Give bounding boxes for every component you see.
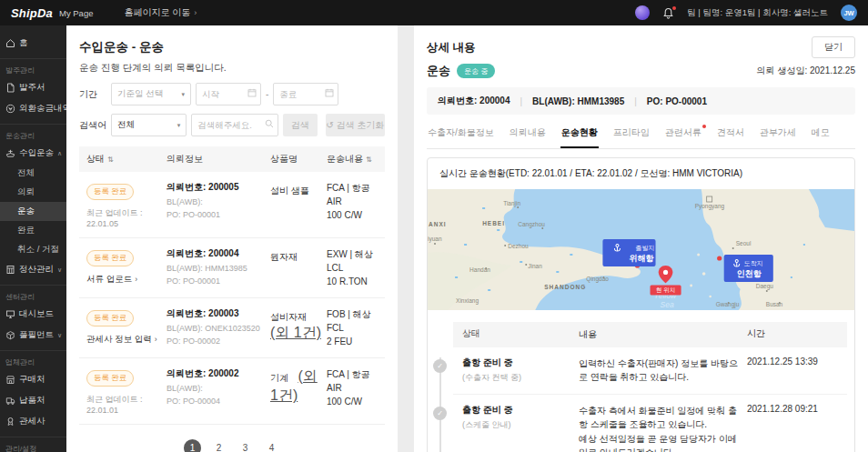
sort-icon: ⇅ <box>366 156 372 164</box>
tab-transport-status[interactable]: 운송현황 <box>560 119 599 148</box>
calendar-icon <box>247 88 257 97</box>
date-range-separator: - <box>266 89 268 99</box>
upload-documents-link[interactable]: 서류 업로드› <box>86 274 167 286</box>
transport-timeline: 상태 내용 시간 ✓ 출항 준비 중 (수출자 컨택 중) 입력하신 수출자(판… <box>428 310 854 452</box>
sidebar-section-label: 발주관리 <box>0 58 66 77</box>
search-button[interactable]: 검색 <box>283 114 317 136</box>
document-icon <box>5 83 15 93</box>
sidebar-item-purchase-order[interactable]: 발주서 <box>0 77 66 98</box>
tracking-map[interactable]: Yellow Sea Tianjin HEBEI Cangzhou Dezhou… <box>428 189 854 310</box>
profile-icon[interactable] <box>635 5 650 20</box>
check-icon: ✓ <box>433 407 447 420</box>
tab-request-content[interactable]: 의뢰내용 <box>509 119 547 148</box>
page-button-4[interactable]: 4 <box>263 439 280 452</box>
sidebar-item-label: 외환송금내역 <box>19 103 66 115</box>
page-button-3[interactable]: 3 <box>237 439 254 452</box>
topbar: ShipDa My Page 홈페이지로 이동 › 팀 | 팀명: 운영1팀 |… <box>0 0 868 25</box>
sidebar-subitem-request[interactable]: 의뢰 <box>0 183 66 202</box>
page-button-2[interactable]: 2 <box>210 439 227 452</box>
table-row[interactable]: 등록 완료 최근 업데이트 : 22.01.05 의뢰번호: 200005 BL… <box>79 172 385 238</box>
sidebar-item-fulfillment[interactable]: 풀필먼트 ∨ <box>0 325 66 346</box>
last-update-note: 최근 업데이트 : 22.01.01 <box>86 394 167 415</box>
sidebar-item-dashboard[interactable]: 대시보드 <box>0 304 66 325</box>
chevron-up-icon: ∧ <box>57 150 62 157</box>
po-number: PO: PO-00001 <box>167 210 270 219</box>
column-status[interactable]: 상태⇅ <box>86 153 167 166</box>
table-row[interactable]: 등록 완료 관세사 정보 입력› 의뢰번호: 200003 BL(AWB): O… <box>79 298 385 358</box>
badge-icon <box>5 417 15 427</box>
search-reset-button[interactable]: ↺ 검색 초기화 <box>326 114 385 136</box>
tab-memo[interactable]: 메모 <box>811 119 831 148</box>
sidebar-item-consignees[interactable]: 납품처 <box>0 390 66 411</box>
column-cargo[interactable]: 운송내용⇅ <box>327 153 378 166</box>
tab-duties-taxes[interactable]: 관부가세 <box>759 119 797 148</box>
list-table-header: 상태⇅ 의뢰정보 상품명 운송내용⇅ <box>79 146 385 172</box>
sidebar-item-settlement[interactable]: 정산관리 ∨ <box>0 259 66 280</box>
cargo-quantity: 2 FEU <box>327 335 378 348</box>
keyword-select-value: 전체 <box>117 119 135 131</box>
notification-bell[interactable] <box>662 7 674 19</box>
sidebar-item-label: 홈 <box>19 37 28 49</box>
map-city-label: Seoul <box>736 240 752 246</box>
sidebar-item-label: 발주서 <box>19 82 45 94</box>
map-region-label: ANXI <box>429 221 447 227</box>
more-items-link[interactable]: (외 1건) <box>270 325 321 340</box>
po-number: PO: PO-00004 <box>167 397 270 406</box>
keyword-select[interactable]: 전체 ▾ <box>111 114 187 136</box>
map-city-label: Cangzhou <box>518 221 545 228</box>
column-request-info: 의뢰정보 <box>167 153 270 166</box>
separator: | <box>634 96 637 106</box>
product-name: 설비자재 <box>270 312 312 322</box>
sidebar-subitem-cancel[interactable]: 취소 / 거절 <box>0 240 66 259</box>
map-city-label: Qingdao <box>586 276 609 283</box>
period-select[interactable]: 기준일 선택 ▾ <box>111 83 191 105</box>
incoterms: EXW | 해상LCL <box>327 247 378 275</box>
page-button-1[interactable]: 1 <box>184 439 201 452</box>
customs-broker-info-link[interactable]: 관세사 정보 입력› <box>86 334 167 346</box>
tab-free-time[interactable]: 프리타임 <box>612 119 651 148</box>
user-avatar[interactable]: JW <box>841 5 857 21</box>
table-row[interactable]: 등록 완료 서류 업로드› 의뢰번호: 200004 BL(AWB): HMM1… <box>79 238 385 298</box>
sidebar-item-customs-broker[interactable]: 관세사 <box>0 411 66 432</box>
detail-tabs: 수출자/화물정보 의뢰내용 운송현황 프리타임 관련서류 견적서 관부가세 메모 <box>427 119 855 149</box>
keyword-label: 검색어 <box>79 119 106 132</box>
sidebar-item-fx-remittance[interactable]: 외환송금내역 <box>0 98 66 119</box>
sidebar-section-label: 업체관리 <box>0 350 66 369</box>
close-button[interactable]: 닫기 <box>812 36 855 58</box>
go-homepage-label: 홈페이지로 이동 <box>124 6 190 19</box>
map-city-label: Handan <box>469 266 490 273</box>
sidebar-item-suppliers[interactable]: 구매처 <box>0 369 66 390</box>
sidebar-subitem-all[interactable]: 전체 <box>0 164 66 183</box>
product-name: 원자재 <box>270 252 303 262</box>
shipda-logo[interactable]: ShipDa <box>11 6 53 20</box>
incoterms: FCA | 항공AIR <box>327 367 378 395</box>
calendar-icon <box>325 88 334 97</box>
table-row[interactable]: 등록 완료 최근 업데이트 : 22.01.01 의뢰번호: 200002 BL… <box>79 358 385 425</box>
check-icon: ✓ <box>433 359 447 373</box>
tab-related-documents[interactable]: 관련서류 <box>664 119 702 148</box>
current-position-label: 현 위치 <box>656 287 675 294</box>
chevron-right-icon: › <box>155 335 157 344</box>
map-departure-label: 출발지 위해항 <box>602 239 655 266</box>
po-number: PO: PO-00001 <box>167 276 270 286</box>
sidebar-item-home[interactable]: 홈 <box>0 33 66 54</box>
logo-caption: My Page <box>59 8 94 18</box>
sort-icon: ⇅ <box>107 156 114 164</box>
sidebar-subitem-complete[interactable]: 완료 <box>0 221 66 240</box>
chevron-down-icon: ∨ <box>57 332 62 339</box>
search-icon <box>265 119 274 128</box>
page-title: 수입운송 - 운송 <box>79 39 385 55</box>
topbar-right: 팀 | 팀명: 운영1팀 | 회사명: 셀러노트 JW <box>635 5 857 21</box>
tab-exporter-cargo-info[interactable]: 수출자/화물정보 <box>427 119 495 148</box>
sidebar-item-import-transport[interactable]: 수입운송 ∧ <box>0 143 66 164</box>
tracking-title: 실시간 운송현황(ETD: 22.01.01 / ETA: 22.01.02 /… <box>428 158 854 189</box>
new-badge-dot <box>702 125 706 128</box>
tab-quotation[interactable]: 견적서 <box>716 119 745 148</box>
go-homepage-link[interactable]: 홈페이지로 이동 › <box>124 6 197 19</box>
sea-label: Sea <box>661 300 674 309</box>
bl-number: BL(AWB): HMM13985 <box>167 264 270 273</box>
map-city-label: Gwangju <box>716 301 740 308</box>
svg-text:위해항: 위해항 <box>629 255 653 264</box>
bl-number: BL(AWB): ONEK1023520 <box>167 324 270 333</box>
sidebar-subitem-transport[interactable]: 운송 <box>0 202 66 221</box>
